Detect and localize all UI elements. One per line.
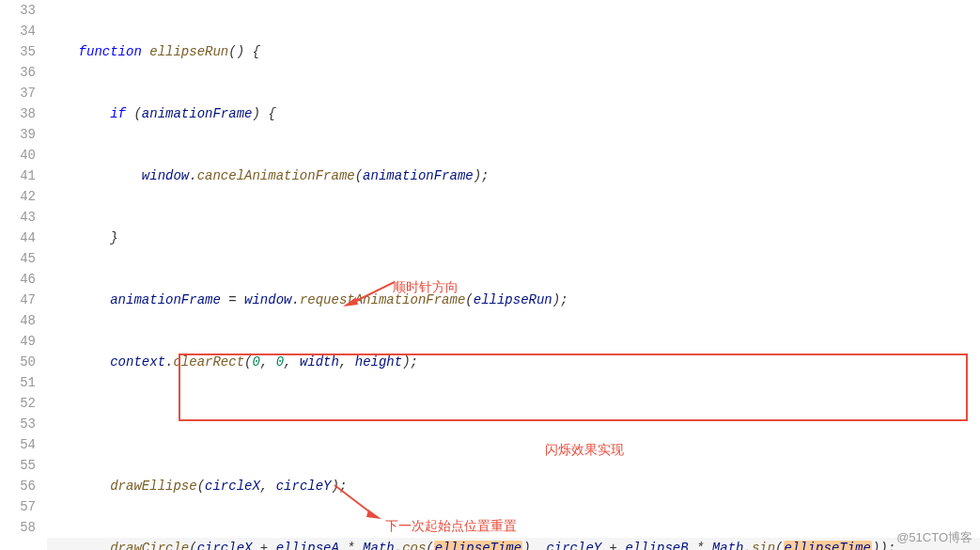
- code-line: animationFrame = window.requestAnimation…: [47, 290, 980, 310]
- svg-marker-3: [366, 510, 381, 519]
- code-line: context.clearRect(0, 0, width, height);: [47, 352, 980, 372]
- code-editor[interactable]: 33 34 35 36 37 38 39 40 41 42 43 44 45 4…: [0, 0, 980, 550]
- code-line: drawEllipse(circleX, circleY);: [47, 476, 980, 496]
- code-line: if (animationFrame) {: [47, 103, 980, 124]
- code-line: drawCircle(circleX + ellipseA * Math.cos…: [47, 538, 980, 550]
- annotation-clockwise: 顺时针方向: [393, 276, 459, 297]
- code-line: [47, 414, 980, 434]
- code-line: }: [47, 228, 980, 248]
- annotation-blink: 闪烁效果实现: [545, 439, 624, 460]
- code-line: function ellipseRun() {: [47, 41, 980, 62]
- annotation-reset: 下一次起始点位置重置: [385, 515, 517, 536]
- line-number-gutter: 33 34 35 36 37 38 39 40 41 42 43 44 45 4…: [0, 0, 47, 550]
- watermark: @51CTO博客: [896, 529, 972, 546]
- code-line: window.cancelAnimationFrame(animationFra…: [47, 165, 980, 186]
- code-content[interactable]: function ellipseRun() { if (animationFra…: [47, 0, 980, 550]
